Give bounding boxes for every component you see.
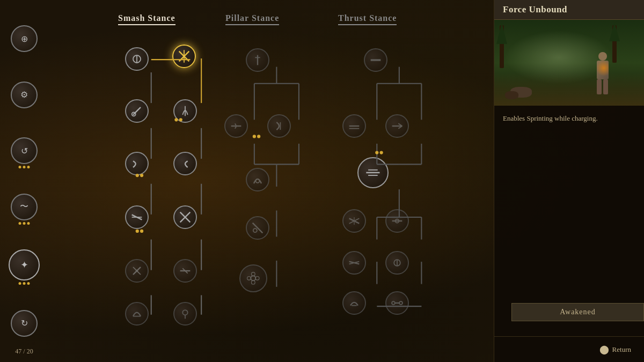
svg-line-53 bbox=[133, 107, 141, 115]
sidebar-skill-5[interactable]: ✦ bbox=[9, 249, 40, 280]
smash-node-top-left[interactable] bbox=[125, 47, 149, 71]
svg-point-76 bbox=[252, 272, 255, 276]
dot bbox=[19, 282, 21, 285]
pillar-node-r4[interactable] bbox=[246, 216, 269, 240]
sidebar-skill-4[interactable]: 〜 bbox=[11, 194, 38, 220]
thrust-node-r4-left[interactable] bbox=[342, 209, 366, 233]
smash-stance-label[interactable]: Smash Stance bbox=[118, 13, 175, 25]
connections-svg bbox=[48, 0, 494, 362]
sidebar-skill-node-5[interactable]: ✦ bbox=[9, 249, 40, 280]
left-sidebar: ⊕ ⚙ ↺ 〜 ✦ bbox=[0, 0, 48, 362]
thrust-stance-label[interactable]: Thrust Stance bbox=[338, 13, 397, 25]
dot bbox=[27, 166, 30, 168]
sidebar-dots-4 bbox=[19, 222, 30, 225]
description-text: Enables Sprinting while charging. bbox=[503, 114, 598, 122]
smash-node-r5-right[interactable] bbox=[173, 259, 197, 283]
dot bbox=[23, 222, 26, 225]
sidebar-skill-3[interactable]: ↺ bbox=[11, 137, 38, 164]
svg-point-75 bbox=[251, 276, 256, 281]
smash-node-r4-right[interactable] bbox=[173, 205, 197, 229]
smash-node-r2-right[interactable] bbox=[173, 99, 197, 123]
svg-point-22 bbox=[253, 135, 256, 138]
svg-point-66 bbox=[182, 310, 187, 315]
dot bbox=[23, 282, 26, 285]
smash-node-r6[interactable] bbox=[125, 302, 149, 326]
return-label: Return bbox=[612, 345, 631, 354]
svg-point-79 bbox=[255, 277, 259, 280]
dot bbox=[27, 222, 30, 225]
pillar-node-r2-right[interactable] bbox=[267, 114, 291, 138]
panel-title-bar: Force Unbound bbox=[494, 0, 644, 20]
sidebar-skill-1[interactable]: ⊕ bbox=[11, 25, 38, 52]
smash-node-r3-left[interactable] bbox=[125, 152, 149, 175]
return-button[interactable]: ⬤ Return bbox=[595, 342, 635, 357]
sidebar-skill-6[interactable]: ↻ bbox=[11, 310, 38, 337]
main-content: ⊕ ⚙ ↺ 〜 ✦ bbox=[0, 0, 644, 362]
svg-point-23 bbox=[257, 135, 260, 138]
sidebar-skill-node-1[interactable]: ⊕ bbox=[11, 25, 38, 52]
thrust-node-r2-right[interactable] bbox=[385, 114, 409, 138]
panel-footer: ⬤ Return bbox=[494, 336, 644, 362]
sidebar-skill-node-4[interactable]: 〜 bbox=[11, 194, 38, 220]
sidebar-dots-3 bbox=[19, 166, 30, 168]
svg-point-77 bbox=[252, 280, 255, 284]
points-display: 47 / 20 bbox=[0, 348, 48, 356]
thrust-node-r5-left[interactable] bbox=[342, 251, 366, 275]
svg-point-40 bbox=[375, 151, 378, 154]
pillar-node-r2-left[interactable] bbox=[224, 114, 248, 138]
right-panel: Force Unbound bbox=[494, 0, 644, 362]
awakened-button[interactable]: Awakened bbox=[511, 303, 644, 321]
svg-point-47 bbox=[140, 230, 143, 233]
svg-point-78 bbox=[247, 277, 251, 280]
thrust-node-r5-right[interactable] bbox=[385, 251, 409, 275]
smash-node-r6-right[interactable] bbox=[173, 302, 197, 326]
sidebar-dots-5 bbox=[19, 282, 30, 285]
dot bbox=[19, 166, 21, 168]
thrust-node-r6-left[interactable] bbox=[342, 291, 366, 315]
pillar-stance-label[interactable]: Pillar Stance bbox=[225, 13, 279, 25]
dot bbox=[23, 166, 26, 168]
thrust-node-r6-right[interactable] bbox=[385, 291, 409, 315]
svg-point-101 bbox=[399, 301, 402, 305]
panel-image bbox=[494, 20, 644, 106]
smash-node-r4-left[interactable] bbox=[125, 205, 149, 229]
svg-point-74 bbox=[253, 228, 257, 232]
sidebar-skill-node-6[interactable]: ↻ bbox=[11, 310, 38, 337]
pillar-node-r3[interactable] bbox=[246, 168, 269, 191]
svg-point-41 bbox=[380, 151, 383, 154]
controller-icon: ⬤ bbox=[599, 344, 609, 354]
points-label: 47 / 20 bbox=[15, 348, 33, 355]
svg-point-62 bbox=[136, 270, 138, 272]
pillar-node-top[interactable] bbox=[246, 48, 269, 72]
panel-description: Enables Sprinting while charging. bbox=[494, 106, 644, 303]
awakened-section: Awakened bbox=[494, 303, 644, 336]
sidebar-skill-2[interactable]: ⚙ bbox=[11, 82, 38, 108]
thrust-node-r2-left[interactable] bbox=[342, 114, 366, 138]
dot bbox=[27, 282, 30, 285]
svg-point-46 bbox=[136, 230, 139, 233]
stance-labels: Smash Stance Pillar Stance Thrust Stance bbox=[48, 11, 494, 32]
smash-node-top-active[interactable] bbox=[172, 45, 196, 68]
svg-point-100 bbox=[392, 301, 395, 305]
dot bbox=[19, 222, 21, 225]
smash-node-r5-left[interactable] bbox=[125, 259, 149, 283]
panel-title: Force Unbound bbox=[503, 4, 635, 15]
smash-node-r2-left[interactable] bbox=[125, 99, 149, 123]
smash-node-r3-right[interactable] bbox=[173, 152, 197, 175]
thrust-node-top[interactable] bbox=[364, 48, 387, 72]
sidebar-skill-node-3[interactable]: ↺ bbox=[11, 137, 38, 164]
pillar-node-r5-flower[interactable] bbox=[239, 264, 267, 292]
sidebar-skill-node-2[interactable]: ⚙ bbox=[11, 82, 38, 108]
thrust-node-r4-right[interactable] bbox=[385, 209, 409, 233]
thrust-node-r3-large[interactable] bbox=[357, 157, 389, 188]
skill-tree-area: Smash Stance Pillar Stance Thrust Stance bbox=[48, 0, 494, 362]
